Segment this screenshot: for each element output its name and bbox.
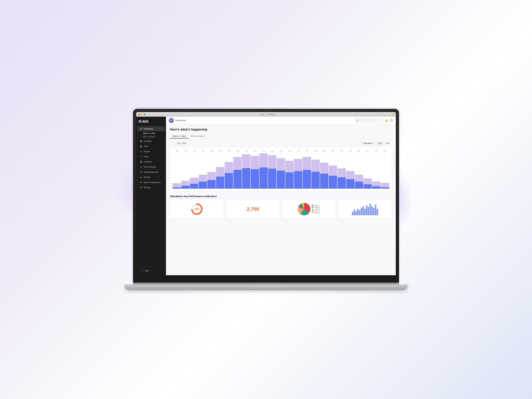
time-label: 7:00AM [182, 150, 190, 152]
time-label: 11:00AM [225, 150, 234, 152]
user-filter-dropdown[interactable]: 📍 Elise Burri ▾ [360, 142, 375, 145]
sidebar-label-schedule: Schedule [144, 140, 152, 142]
sidebar-item-settings[interactable]: ⚙ Settings [137, 185, 165, 190]
sidebar-item-reports[interactable]: ▲ Reports [137, 175, 165, 180]
donut-chart: 72% [191, 203, 203, 215]
mini-bar-chart [352, 203, 378, 215]
kpi-card-donut: 72% [170, 200, 224, 218]
bar-labor [285, 172, 294, 189]
user-name: Elise Burritt [176, 119, 185, 121]
bar-group [311, 153, 320, 189]
bar-group [329, 153, 337, 189]
sidebar-label-logbook: Log Book [144, 161, 152, 163]
view-week-button[interactable]: Week [384, 142, 392, 145]
screen-bezel: ↑ NOU ↑ · Dashboard ⚡ 📶 RiME ‹ [133, 109, 399, 283]
dashboard-sub-nav: Sales vs. Labor Who's working? [141, 132, 166, 139]
whos-working-label: Who's working? [143, 136, 155, 138]
mini-bar [359, 210, 360, 215]
time-label: 1:00PM [242, 150, 251, 152]
bar-group [285, 153, 294, 189]
message-icon[interactable]: 💬 [390, 119, 393, 122]
sidebar-label-team: Team [144, 145, 148, 147]
bar-labor [225, 173, 233, 189]
sidebar-item-dashboard[interactable]: ⊡ Dashboard [137, 126, 165, 131]
sidebar-item-tasks[interactable]: ✓ Tasks [137, 154, 165, 159]
minimize-button[interactable] [141, 114, 143, 115]
bar-group [355, 153, 363, 189]
mini-bar [370, 204, 371, 215]
pie-chart [298, 203, 310, 215]
bar-labor [199, 182, 207, 189]
sidebar-label-timeclocking: Time Clocking [144, 166, 156, 168]
location-pin-icon: 📍 [361, 142, 363, 144]
bar-group [277, 153, 285, 189]
header-search-bar[interactable]: 🔍 [355, 118, 383, 122]
avatar: EB [169, 118, 174, 123]
bar-labor [320, 174, 329, 189]
kpi-section-title: Operations Key Performance Indicators [170, 195, 392, 198]
battery-icon: ⚡ [389, 114, 391, 115]
legend-item: Category D [312, 210, 320, 212]
view-day-button[interactable]: Day [376, 142, 384, 145]
laptop-container: ↑ NOU ↑ · Dashboard ⚡ 📶 RiME ‹ [133, 109, 399, 290]
kpi-number-value: 2,750 [247, 206, 259, 212]
tipmanagement-icon: ◈ [140, 171, 142, 173]
sidebar-item-logbook[interactable]: ▤ Log Book [137, 159, 165, 164]
sidebar-item-help[interactable]: ? Help [138, 268, 164, 273]
sidebar-item-team[interactable]: ◉ Team [137, 144, 165, 149]
maximize-button[interactable] [144, 114, 146, 115]
trackpad[interactable] [248, 287, 284, 289]
tab-sales-vs-labor[interactable]: Sales vs. Labor [170, 134, 188, 139]
tab-whos-working[interactable]: Who's working? [188, 134, 207, 139]
legend-dot [312, 205, 313, 206]
tasks-icon: ✓ [140, 155, 142, 158]
app-container: RiME ‹ ⊡ Dashboard Sales vs. Labor [136, 117, 396, 275]
sidebar-item-apps[interactable]: ⊕ Apps & Integrations [137, 180, 165, 185]
search-icon: ⊙ [140, 150, 142, 153]
legend-item: Category A [312, 205, 320, 206]
time-label: 4:00PM [268, 150, 277, 152]
sidebar-item-search[interactable]: ⊙ Search [137, 149, 165, 154]
sidebar-nav: ⊡ Dashboard Sales vs. Labor Who's workin… [136, 125, 166, 266]
bar-group [337, 153, 346, 189]
bar-labor [207, 180, 216, 189]
time-label: 6:00PM [285, 150, 294, 152]
user-filter-label: Elise Burri [364, 142, 372, 144]
chart-next-button[interactable]: › [189, 141, 193, 145]
sidebar-collapse-button[interactable]: ‹ [160, 120, 164, 123]
sidebar-item-label: Dashboard [144, 128, 153, 130]
bar-group [294, 153, 302, 189]
dropdown-chevron-icon: ▾ [373, 142, 374, 144]
legend-label: Category A [314, 205, 320, 206]
bar-labor [233, 170, 242, 189]
sidebar-bottom: ? Help [136, 266, 166, 275]
time-label: 9:00PM [311, 150, 320, 152]
chart-prev-button[interactable]: ‹ [170, 141, 174, 145]
sidebar-item-tipmanagement[interactable]: ◈ Tip Management [137, 170, 165, 175]
team-icon: ◉ [140, 145, 142, 147]
close-button[interactable] [138, 114, 140, 115]
window-title: ↑ NOU ↑ · Dashboard [146, 114, 388, 115]
settings-icon: ⚙ [140, 186, 142, 189]
sidebar-subitem-whos-working[interactable]: Who's working? [141, 135, 166, 139]
bar-labor [364, 184, 372, 189]
pie-legend: Category A Category B Cate [312, 205, 320, 213]
dashboard-tabs: Sales vs. Labor Who's working? [170, 134, 392, 139]
dashboard-icon: ⊡ [140, 127, 142, 130]
bar-group [190, 153, 198, 189]
sidebar-item-schedule[interactable]: ▦ Schedule [137, 139, 165, 144]
sidebar-item-timeclocking[interactable]: ◷ Time Clocking [137, 165, 165, 169]
sidebar-label-apps: Apps & Integrations [144, 181, 161, 183]
sidebar: RiME ‹ ⊡ Dashboard Sales vs. Labor [136, 117, 166, 275]
right-panel: EB Elise Burritt 🔍 🔔 💬 [166, 117, 396, 275]
mini-bar [377, 209, 378, 215]
time-label: 4:00AM [372, 150, 380, 152]
chart-toolbar: ‹ Sep 1, 2024 › 📍 Elise Burri ▾ [170, 141, 392, 145]
bar-labor [355, 182, 363, 189]
bar-labor [260, 167, 268, 189]
sidebar-subitem-sales-vs-labor[interactable]: Sales vs. Labor [141, 132, 166, 135]
bar-labor [346, 179, 355, 189]
bar-group [268, 153, 276, 189]
sidebar-label-tipmanagement: Tip Management [144, 171, 158, 173]
notification-icon[interactable]: 🔔 [385, 119, 388, 122]
